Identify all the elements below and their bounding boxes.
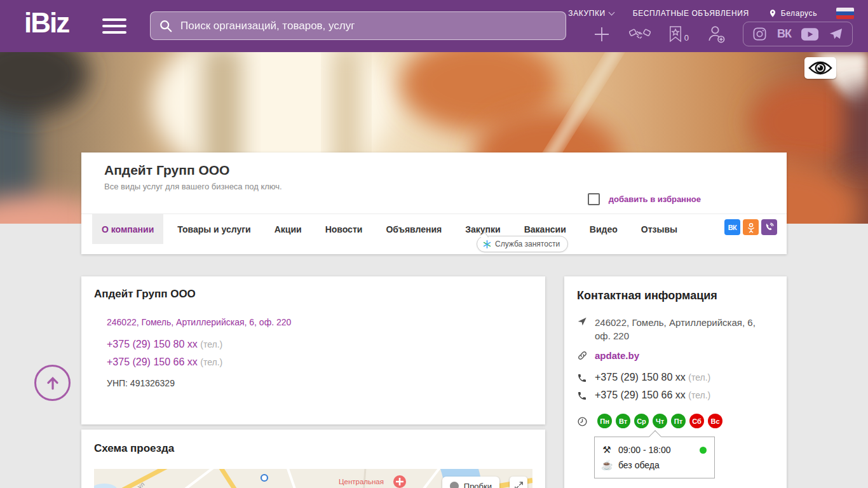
youtube-icon[interactable] xyxy=(801,28,818,41)
company-tabs: О компании Товары и услуги Акции Новости… xyxy=(81,214,787,244)
location-selector[interactable]: Беларусь xyxy=(768,9,817,18)
free-ads-label: БЕСПЛАТНЫЕ ОБЪЯВЛЕНИЯ xyxy=(633,9,749,18)
company-name: Апдейт Групп ООО xyxy=(104,163,229,178)
search-icon xyxy=(159,19,173,33)
phone-link[interactable]: +375 (29) 150 66 xx (тел.) xyxy=(107,356,222,368)
phone-icon xyxy=(577,373,588,383)
link-icon xyxy=(577,350,588,361)
phone-number: +375 (29) 150 80 xx xyxy=(107,339,198,349)
tools-icon: ⚒ xyxy=(601,444,613,456)
phone-note: (тел.) xyxy=(200,339,222,349)
bookmarks-icon[interactable]: 0 xyxy=(668,25,689,43)
contact-address[interactable]: 246022, Гомель, Артиллерийская, 6, оф. 2… xyxy=(595,316,771,342)
day-badges: Пн Вт Ср Чт Пт Сб Вс xyxy=(597,414,722,428)
coffee-icon: ☕ xyxy=(601,459,613,471)
tab-ads[interactable]: Объявления xyxy=(376,214,451,244)
header: iBiz ЗАКУПКИ БЕСПЛАТНЫЕ ОБЪЯВЛЕНИЯ Белар… xyxy=(0,0,868,52)
day-badge-tue[interactable]: Вт xyxy=(616,414,630,428)
tab-products[interactable]: Товары и услуги xyxy=(168,214,260,244)
search-input[interactable] xyxy=(179,19,557,33)
schedule-lunch-row: ☕ без обеда xyxy=(601,458,708,473)
employment-service-badge[interactable]: Служба занятости xyxy=(477,236,568,252)
header-icon-row: 0 ВК xyxy=(592,22,853,46)
odnoklassniki-icon[interactable] xyxy=(743,219,759,235)
vk-icon[interactable]: ВК xyxy=(777,27,791,41)
scroll-to-top-button[interactable] xyxy=(34,365,71,401)
day-badge-fri[interactable]: Пт xyxy=(671,414,686,428)
map-station-marker xyxy=(261,475,268,481)
traffic-button[interactable]: Пробки xyxy=(442,477,499,488)
instagram-icon[interactable] xyxy=(752,27,767,41)
info-card-title: Апдейт Групп ООО xyxy=(94,288,196,301)
pin-icon xyxy=(768,9,777,18)
tab-about[interactable]: О компании xyxy=(92,214,163,244)
day-badge-wed[interactable]: Ср xyxy=(634,414,649,428)
phone-note: (тел.) xyxy=(200,357,222,367)
open-now-indicator xyxy=(700,447,707,454)
map[interactable]: Озёрная ул Гомель-Нечётный Центральная П… xyxy=(94,469,532,488)
vk-icon[interactable]: ВК xyxy=(724,219,740,235)
phone-number: +375 (29) 150 66 xx xyxy=(107,356,198,367)
eye-icon xyxy=(808,60,832,76)
chevron-down-icon xyxy=(608,10,614,16)
bookmarks-count: 0 xyxy=(684,33,689,43)
day-badge-mon[interactable]: Пн xyxy=(597,414,612,428)
company-address-link[interactable]: 246022, Гомель, Артиллерийская, 6, оф. 2… xyxy=(107,317,291,327)
up-arrow-icon xyxy=(44,375,61,391)
telegram-icon[interactable] xyxy=(829,27,843,41)
phone-note: (тел.) xyxy=(688,390,710,400)
favorite-checkbox[interactable] xyxy=(588,193,600,205)
company-tagline: Все виды услуг для вашего бизнеса под кл… xyxy=(104,182,282,191)
employment-service-label: Служба занятости xyxy=(495,240,560,248)
schedule-hours-row: ⚒ 09:00 - 18:00 xyxy=(601,442,708,458)
accessibility-version-button[interactable] xyxy=(804,57,836,79)
day-badge-sun[interactable]: Вс xyxy=(708,414,722,428)
handshake-icon[interactable] xyxy=(629,25,651,43)
contact-address-row: 246022, Гомель, Артиллерийская, 6, оф. 2… xyxy=(577,316,771,342)
location-label: Беларусь xyxy=(781,9,817,18)
tab-news[interactable]: Новости xyxy=(316,214,372,244)
menu-icon[interactable] xyxy=(102,18,126,37)
traffic-light-icon xyxy=(450,482,459,488)
phone-icon xyxy=(577,391,588,401)
contact-phone-row[interactable]: +375 (29) 150 66 xx (тел.) xyxy=(577,390,710,401)
header-social-links: ВК xyxy=(743,22,853,46)
phone-link[interactable]: +375 (29) 150 80 xx (тел.) xyxy=(107,339,222,350)
schedule-tooltip: ⚒ 09:00 - 18:00 ☕ без обеда xyxy=(594,437,715,478)
search-bar xyxy=(150,11,566,40)
tab-reviews[interactable]: Отзывы xyxy=(632,214,687,244)
phone-number: +375 (29) 150 80 xx xyxy=(595,372,686,383)
employment-service-icon xyxy=(483,240,491,248)
map-label-central: Центральная xyxy=(339,478,384,485)
add-company-icon[interactable] xyxy=(592,25,611,44)
contact-phone-row[interactable]: +375 (29) 150 80 xx (тел.) xyxy=(577,372,710,383)
company-info-card: Апдейт Групп ООО 246022, Гомель, Артилле… xyxy=(81,276,545,424)
clock-icon xyxy=(577,416,588,427)
map-card: Схема проезда Озёрная ул Гомель-Нечётный… xyxy=(81,430,545,488)
map-expand-button[interactable] xyxy=(510,477,527,488)
day-badge-thu[interactable]: Чт xyxy=(653,414,667,428)
navigation-icon xyxy=(577,316,588,327)
phone-number: +375 (29) 150 66 xx xyxy=(595,390,686,400)
company-unp: УНП: 491326329 xyxy=(107,378,175,388)
contact-card-title: Контактная информация xyxy=(577,289,717,302)
top-nav: ЗАКУПКИ БЕСПЛАТНЫЕ ОБЪЯВЛЕНИЯ Беларусь xyxy=(568,8,854,19)
website-link[interactable]: apdate.by xyxy=(595,350,639,361)
schedule-lunch: без обеда xyxy=(618,460,660,470)
zakupki-label: ЗАКУПКИ xyxy=(568,9,605,18)
day-badge-sat[interactable]: Сб xyxy=(689,414,704,428)
viber-icon[interactable] xyxy=(761,219,777,235)
company-social-links: ВК xyxy=(724,219,777,235)
logo[interactable]: iBiz xyxy=(24,7,69,39)
contact-website-row[interactable]: apdate.by xyxy=(577,349,639,361)
schedule-hours: 09:00 - 18:00 xyxy=(618,445,671,455)
zakupki-menu[interactable]: ЗАКУПКИ xyxy=(568,9,613,18)
add-user-icon[interactable] xyxy=(707,25,725,43)
free-ads-link[interactable]: БЕСПЛАТНЫЕ ОБЪЯВЛЕНИЯ xyxy=(633,9,749,18)
map-card-title: Схема проезда xyxy=(94,442,174,455)
add-to-favorites[interactable]: добавить в избранное xyxy=(588,193,701,205)
working-days-row: Пн Вт Ср Чт Пт Сб Вс xyxy=(577,414,722,428)
tab-video[interactable]: Видео xyxy=(580,214,627,244)
language-flag-russian[interactable] xyxy=(836,8,854,19)
tab-promotions[interactable]: Акции xyxy=(265,214,311,244)
